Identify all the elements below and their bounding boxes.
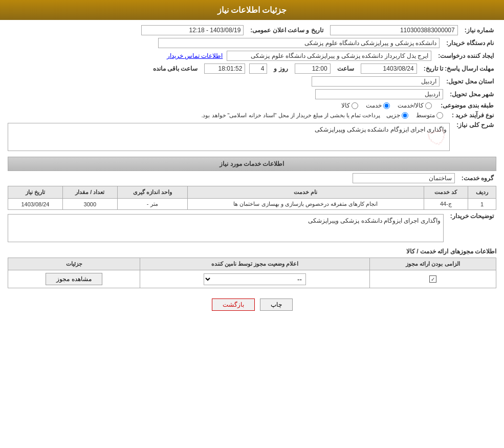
category-radio-kala-khedmat[interactable]: کالا/خدمت xyxy=(398,102,432,109)
category-radio-khedmat[interactable]: خدمت xyxy=(366,102,390,109)
permissions-table: الزامی بودن ارائه مجوز اعلام وضعیت مجوز … xyxy=(8,258,496,288)
deadline-date: 1403/08/24 xyxy=(361,63,417,74)
cell-supplier-status[interactable]: -- xyxy=(140,270,370,288)
list-item: -- مشاهده مجوز xyxy=(8,270,496,288)
deadline-label: مهلت ارسال پاسخ: تا تاریخ: xyxy=(421,65,496,72)
category-radio-kala[interactable]: کالا xyxy=(341,102,358,109)
cell-row-num: 1 xyxy=(468,199,496,210)
buyer-org-label: نام دستگاه خریدار: xyxy=(444,39,496,47)
city-value: اردبیل xyxy=(315,89,443,99)
deadline-days: 4 xyxy=(249,63,267,74)
services-section-header: اطلاعات خدمات مورد نیاز xyxy=(8,157,496,171)
col-required: الزامی بودن ارائه مجوز xyxy=(369,258,496,270)
cell-need-date: 1403/08/24 xyxy=(8,199,63,210)
category-options: کالا/خدمت خدمت کالا xyxy=(341,102,432,109)
cell-service-name: انجام کارهای متفرقه درخصوص بازسازی و بهس… xyxy=(187,199,424,210)
category-label: طبقه بندی موضوعی: xyxy=(438,102,496,109)
col-row-num: ردیف xyxy=(468,186,496,199)
service-group-value: ساختمان xyxy=(353,173,455,183)
view-permit-button[interactable]: مشاهده مجوز xyxy=(46,273,102,285)
deadline-remaining-label: ساعت باقی مانده xyxy=(150,65,201,72)
cell-required xyxy=(369,270,496,288)
buyer-org-value: دانشکده پزشکی و پیراپزشکی دانشگاه علوم پ… xyxy=(158,38,440,48)
back-button[interactable]: بازگشت xyxy=(212,298,255,311)
col-supplier-status: اعلام وضعیت مجوز توسط نامین کننده xyxy=(140,258,370,270)
requester-label: ایجاد کننده درخواست: xyxy=(435,52,496,59)
buyer-notes-value: واگذاری اجرای ایزوگام دانشکده پزشکی وپیر… xyxy=(8,214,444,242)
requester-value: ایرج یذل کاربرداز دانشکده پزشکی و پیراپز… xyxy=(227,51,431,61)
col-need-date: تاریخ نیاز xyxy=(8,186,63,199)
need-number-value: 1103003883000007 xyxy=(330,25,458,35)
purchase-type-radio-motvaset[interactable]: متوسط xyxy=(416,112,443,119)
cell-quantity: 3000 xyxy=(62,199,117,210)
deadline-remaining: 18:01:52 xyxy=(204,63,245,74)
announcement-value: 1403/08/19 - 12:18 xyxy=(141,25,244,35)
bottom-buttons: چاپ بازگشت xyxy=(8,291,496,318)
purchase-type-note: پرداخت تمام یا بخشی از مبلغ خریدار از مح… xyxy=(201,112,380,119)
announcement-label: تاریخ و ساعت اعلان عمومی: xyxy=(248,27,325,34)
city-label: شهر محل تحویل: xyxy=(447,91,496,98)
purchase-type-label: نوع فرآیند خرید : xyxy=(449,112,496,119)
purchase-type-options: متوسط جزیی xyxy=(386,112,443,119)
col-quantity: تعداد / مقدار xyxy=(62,186,117,199)
contact-link[interactable]: اطلاعات تماس خریدار xyxy=(167,52,223,59)
need-number-label: شماره نیاز: xyxy=(462,27,496,34)
print-button[interactable]: چاپ xyxy=(260,298,293,311)
buyer-notes-label: توضیحات خریدار: xyxy=(448,212,496,220)
deadline-time-label: ساعت xyxy=(335,65,357,72)
col-service-code: کد خدمت xyxy=(424,186,468,199)
deadline-time: 12:00 xyxy=(295,63,331,74)
general-desc-value: واگذاری اجرای ایزوگام دانشکده پزشکی وپیر… xyxy=(8,123,450,151)
services-table: ردیف کد خدمت نام خدمت واحد اندازه گیری ت… xyxy=(8,186,496,210)
col-unit: واحد اندازه گیری xyxy=(117,186,187,199)
cell-unit: متر - xyxy=(117,199,187,210)
province-value: اردبیل xyxy=(312,76,440,87)
status-select[interactable]: -- xyxy=(204,273,306,285)
col-service-name: نام خدمت xyxy=(187,186,424,199)
required-checkbox xyxy=(429,275,436,283)
province-label: استان محل تحویل: xyxy=(444,78,496,85)
page-header: جزئیات اطلاعات نیاز xyxy=(0,0,504,20)
deadline-days-label: روز و xyxy=(271,65,290,72)
watermark-logo: 🛡 xyxy=(425,124,451,152)
purchase-type-radio-jozi[interactable]: جزیی xyxy=(386,112,408,119)
permissions-section-header: اطلاعات مجوزهای ارائه خدمت / کالا xyxy=(8,248,496,255)
cell-details[interactable]: مشاهده مجوز xyxy=(8,270,140,288)
col-details: جزئیات xyxy=(8,258,140,270)
cell-service-code: ج-44 xyxy=(424,199,468,210)
table-row: 1 ج-44 انجام کارهای متفرقه درخصوص بازساز… xyxy=(8,199,496,210)
general-desc-label: شرح کلی نیاز: xyxy=(454,121,496,129)
service-group-label: گروه خدمت: xyxy=(459,175,496,182)
